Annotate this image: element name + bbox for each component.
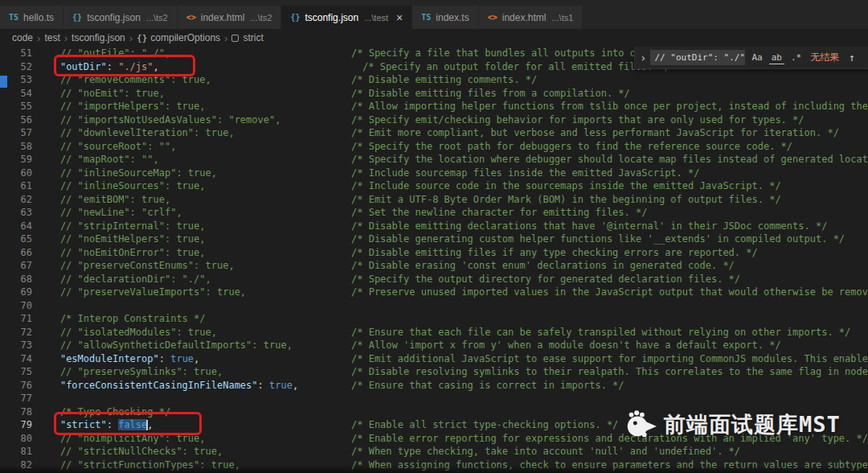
- breadcrumb-label: compilerOptions: [150, 32, 220, 43]
- line-number[interactable]: 57: [0, 126, 32, 140]
- code-line-71[interactable]: 71 /* Interop Constraints */: [0, 312, 868, 326]
- line-number[interactable]: 56: [0, 113, 32, 127]
- tab-label: hello.ts: [23, 12, 54, 23]
- code-line-68[interactable]: 68 // "declarationDir": "./",/* Specify …: [0, 273, 868, 286]
- typescript-icon: TS: [9, 13, 18, 22]
- inline-doc-comment: /* Ensure that each file can be safely t…: [351, 326, 850, 339]
- find-input[interactable]: // "outDir": "./",: [650, 50, 745, 65]
- code-line-63[interactable]: 63 // "newLine": "crlf",/* Set the newli…: [0, 206, 868, 220]
- line-number[interactable]: 52: [0, 60, 32, 74]
- regex-button[interactable]: .*: [788, 51, 804, 64]
- code-line-77[interactable]: 77: [0, 392, 868, 405]
- code-line-81[interactable]: 81 // "strictNullChecks": true,/* When t…: [0, 445, 868, 459]
- code-line-58[interactable]: 58 // "sourceRoot": "",/* Specify the ro…: [0, 140, 868, 154]
- code-line-53[interactable]: 53 // "removeComments": true,/* Disable …: [0, 73, 868, 87]
- tab-close-icon[interactable]: ×: [396, 12, 403, 23]
- inline-doc-comment: /* Disable emitting comments. */: [351, 73, 537, 87]
- code-token: "strict": [60, 419, 107, 430]
- code-token: [37, 61, 60, 72]
- code-line-60[interactable]: 60 // "inlineSourceMap": true,/* Include…: [0, 167, 868, 180]
- line-number[interactable]: 58: [0, 140, 32, 154]
- selected-word: false: [118, 419, 147, 430]
- inline-doc-comment: /* Enable all strict type-checking optio…: [351, 418, 618, 432]
- inline-doc-comment: /* Disable emitting files from a compila…: [351, 87, 630, 101]
- html-icon: <>: [488, 13, 497, 22]
- line-number[interactable]: 73: [0, 339, 32, 352]
- tab-tsconfig-json-ts2[interactable]: {}tsconfig.json...\ts2: [63, 6, 178, 29]
- code-line-72[interactable]: 72 // "isolatedModules": true,/* Ensure …: [0, 326, 868, 339]
- code-text: // "removeComments": true,: [37, 74, 211, 85]
- line-number[interactable]: 64: [0, 220, 32, 233]
- inline-doc-comment: /* Disable emitting files if any type ch…: [351, 246, 758, 260]
- breadcrumb-item-test[interactable]: test: [44, 32, 59, 43]
- line-number[interactable]: 54: [0, 87, 32, 101]
- tab-index-html-ts2[interactable]: <>index.html...\ts2: [178, 6, 282, 29]
- code-line-73[interactable]: 73 // "allowSyntheticDefaultImports": tr…: [0, 339, 868, 352]
- line-number[interactable]: 70: [0, 299, 32, 313]
- code-line-66[interactable]: 66 // "noEmitOnError": true,/* Disable e…: [0, 246, 868, 260]
- inline-doc-comment: /* Emit more compliant, but verbose and …: [351, 126, 839, 140]
- line-number[interactable]: 72: [0, 326, 32, 339]
- code-line-55[interactable]: 55 // "importHelpers": true,/* Allow imp…: [0, 100, 868, 113]
- line-number[interactable]: 78: [0, 405, 32, 419]
- breadcrumb-item-tsconfig-json[interactable]: tsconfig.json: [72, 32, 125, 43]
- line-number[interactable]: 65: [0, 232, 32, 246]
- code-line-62[interactable]: 62 // "emitBOM": true,/* Emit a UTF-8 By…: [0, 193, 868, 207]
- whole-word-button[interactable]: ab: [769, 51, 784, 64]
- code-token: /* Type Checking */: [37, 406, 170, 417]
- line-number[interactable]: 55: [0, 100, 32, 113]
- line-number[interactable]: 74: [0, 352, 32, 366]
- code-token: // "inlineSources": true,: [37, 180, 206, 191]
- breadcrumb-item-compileroptions[interactable]: {}compilerOptions: [137, 32, 220, 43]
- tab-hello-ts[interactable]: TShello.ts: [0, 6, 63, 29]
- line-number[interactable]: 75: [0, 365, 32, 379]
- tab-index-html-ts1[interactable]: <>index.html...\ts1: [479, 6, 583, 29]
- line-number[interactable]: 51: [0, 47, 32, 60]
- tab-index-ts[interactable]: TSindex.ts: [412, 6, 478, 29]
- watermark: 前端面试题库MST: [624, 409, 841, 441]
- find-previous-button[interactable]: ↑: [849, 51, 855, 64]
- line-number[interactable]: 60: [0, 167, 32, 180]
- code-token: [37, 353, 60, 364]
- code-line-70[interactable]: 70: [0, 299, 868, 313]
- line-number[interactable]: 62: [0, 193, 32, 207]
- code-line-75[interactable]: 75 // "preserveSymlinks": true,/* Disabl…: [0, 365, 868, 379]
- code-token: // "newLine": "crlf",: [37, 207, 182, 218]
- code-line-76[interactable]: 76 "forceConsistentCasingInFileNames": t…: [0, 379, 868, 393]
- line-number[interactable]: 68: [0, 273, 32, 286]
- tab-tsconfig-json-test[interactable]: {}tsconfig.json...\test×: [281, 6, 412, 29]
- find-toggle-replace-icon[interactable]: ›: [640, 51, 646, 64]
- code-line-69[interactable]: 69 // "preserveValueImports": true,/* Pr…: [0, 286, 868, 299]
- code-line-61[interactable]: 61 // "inlineSources": true,/* Include s…: [0, 179, 868, 193]
- line-number[interactable]: 67: [0, 259, 32, 273]
- line-number[interactable]: 76: [0, 379, 32, 393]
- code-line-67[interactable]: 67 // "preserveConstEnums": true,/* Disa…: [0, 259, 868, 273]
- line-number[interactable]: 71: [0, 312, 32, 326]
- line-number[interactable]: 81: [0, 445, 32, 459]
- line-number[interactable]: 63: [0, 206, 32, 220]
- code-line-65[interactable]: 65 // "noEmitHelpers": true,/* Disable g…: [0, 232, 868, 246]
- code-text: // "noEmit": true,: [37, 88, 165, 99]
- match-case-button[interactable]: Aa: [749, 51, 764, 64]
- code-line-56[interactable]: 56 // "importsNotUsedAsValues": "remove"…: [0, 113, 868, 127]
- code-line-64[interactable]: 64 // "stripInternal": true,/* Disable e…: [0, 220, 868, 233]
- line-number[interactable]: 66: [0, 246, 32, 260]
- code-text: /* Interop Constraints */: [37, 313, 206, 324]
- code-text: // "newLine": "crlf",: [37, 207, 182, 218]
- code-line-82[interactable]: 82 // "strictFunctionTypes": true,/* Whe…: [0, 459, 868, 472]
- inline-doc-comment: /* Specify an output folder for all emit…: [362, 60, 670, 74]
- line-number[interactable]: 61: [0, 179, 32, 193]
- line-number[interactable]: 82: [0, 459, 32, 472]
- code-line-57[interactable]: 57 // "downlevelIteration": true,/* Emit…: [0, 126, 868, 140]
- inline-doc-comment: /* Emit a UTF-8 Byte Order Mark (BOM) in…: [351, 193, 781, 207]
- line-number[interactable]: 59: [0, 153, 32, 167]
- code-line-59[interactable]: 59 // "mapRoot": "",/* Specify the locat…: [0, 153, 868, 167]
- code-line-54[interactable]: 54 // "noEmit": true,/* Disable emitting…: [0, 87, 868, 101]
- code-line-74[interactable]: 74 "esModuleInterop": true,/* Emit addit…: [0, 352, 868, 366]
- line-number[interactable]: 80: [0, 432, 32, 446]
- breadcrumb-item-code[interactable]: code: [12, 32, 33, 43]
- line-number[interactable]: 79: [0, 418, 32, 432]
- breadcrumb-item-strict[interactable]: strict: [231, 32, 263, 43]
- line-number[interactable]: 69: [0, 286, 32, 299]
- line-number[interactable]: 77: [0, 392, 32, 405]
